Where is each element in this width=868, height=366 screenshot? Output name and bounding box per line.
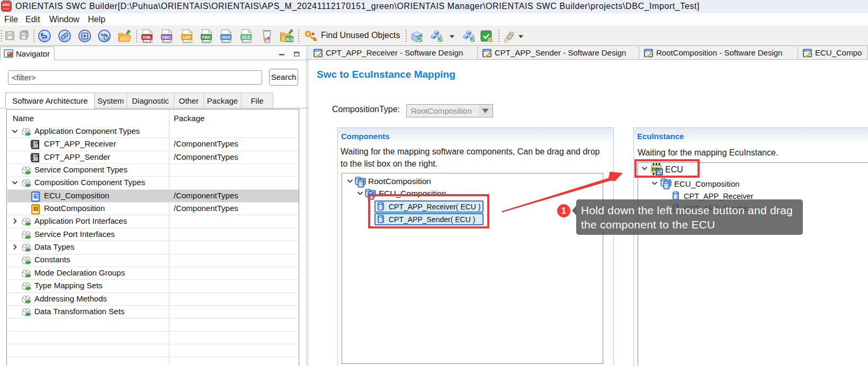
svg-text:FBX: FBX [202,35,211,40]
svg-text:XML: XML [142,35,151,40]
svg-text:SWC: SWC [3,3,11,6]
svg-text:XLS: XLS [242,35,250,40]
svg-text:ODX: ODX [221,35,231,40]
svg-text:LDF: LDF [183,35,191,40]
svg-text:XLS: XLS [285,37,294,42]
svg-text:Builder: Builder [3,7,10,10]
svg-text:DBC: DBC [162,35,172,40]
svg-text:R: R [33,206,38,212]
svg-text:E: E [34,193,38,199]
